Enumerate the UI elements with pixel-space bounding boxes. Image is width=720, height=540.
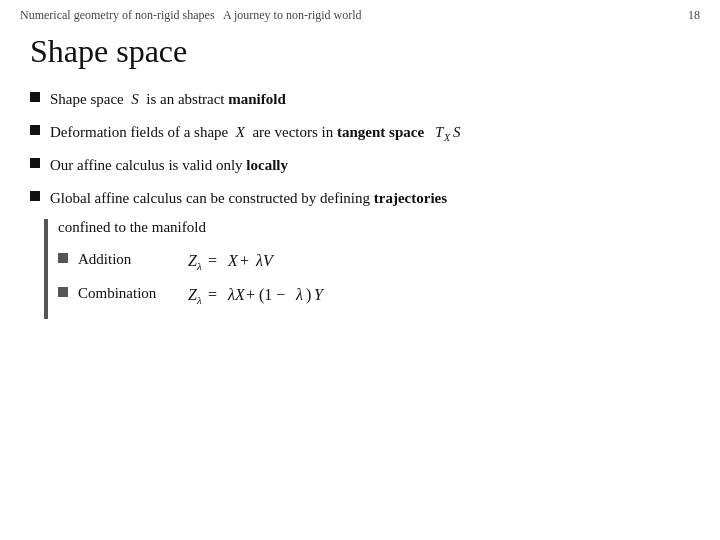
svg-text:S: S <box>453 124 461 140</box>
svg-text:X: X <box>443 132 451 143</box>
sub-bullet-icon-2 <box>58 287 68 297</box>
bullet-icon-1 <box>30 92 40 102</box>
svg-text:): ) <box>306 286 311 304</box>
svg-text:λV: λV <box>255 252 275 269</box>
svg-text:Y: Y <box>314 286 325 303</box>
bullet-text-2: Deformation fields of a shape X are vect… <box>50 121 690 145</box>
sub-label-addition: Addition <box>78 248 188 271</box>
bullet-icon-2 <box>30 125 40 135</box>
bold-locally: locally <box>246 157 288 173</box>
math-X: X <box>236 124 245 140</box>
confined-text: confined to the manifold <box>58 219 418 236</box>
bullet-item-3: Our affine calculus is valid only locall… <box>30 154 690 177</box>
sub-label-combination: Combination <box>78 282 188 305</box>
bullet-item-4: Global affine calculus can be constructe… <box>30 187 690 210</box>
svg-text:=: = <box>208 286 217 303</box>
bullet-item-2: Deformation fields of a shape X are vect… <box>30 121 690 145</box>
header-left: Numerical geometry of non-rigid shapes A… <box>20 8 362 23</box>
sub-bullet-list: Addition Z λ = X + λV <box>58 248 418 308</box>
svg-text:λ: λ <box>196 260 202 272</box>
bullet-list: Shape space S is an abstract manifold De… <box>30 88 690 209</box>
left-bar <box>44 219 48 319</box>
formula-combination: Z λ = λX + (1 − λ ) Y <box>188 282 418 308</box>
svg-text:λ: λ <box>196 294 202 306</box>
svg-text:λ: λ <box>295 286 303 303</box>
bold-tangent: tangent space <box>337 124 424 140</box>
bold-trajectories: trajectories <box>374 190 447 206</box>
slide-header: Numerical geometry of non-rigid shapes A… <box>0 0 720 27</box>
slide-content: Shape space Shape space S is an abstract… <box>0 27 720 329</box>
svg-text:λX: λX <box>227 286 246 303</box>
confined-section: confined to the manifold Addition Z λ = … <box>44 219 690 319</box>
page-number: 18 <box>688 8 700 23</box>
bold-manifold: manifold <box>228 91 286 107</box>
bullet-item-1: Shape space S is an abstract manifold <box>30 88 690 111</box>
sub-bullet-icon-1 <box>58 253 68 263</box>
bullet-text-1: Shape space S is an abstract manifold <box>50 88 690 111</box>
formula-addition: Z λ = X + λV <box>188 248 358 274</box>
sub-item-combination: Combination Z λ = λX + (1 − λ ) Y <box>58 282 418 308</box>
math-S: S <box>131 91 139 107</box>
confined-content: confined to the manifold Addition Z λ = … <box>58 219 418 316</box>
page-title: Shape space <box>30 33 690 70</box>
svg-text:+ (1 −: + (1 − <box>246 286 285 304</box>
bullet-text-3: Our affine calculus is valid only locall… <box>50 154 690 177</box>
svg-text:+: + <box>240 252 249 269</box>
math-TxS: T X S <box>435 124 475 140</box>
bullet-icon-4 <box>30 191 40 201</box>
bullet-text-4: Global affine calculus can be constructe… <box>50 187 690 210</box>
sub-item-addition: Addition Z λ = X + λV <box>58 248 418 274</box>
bullet-icon-3 <box>30 158 40 168</box>
svg-text:X: X <box>227 252 239 269</box>
svg-text:=: = <box>208 252 217 269</box>
